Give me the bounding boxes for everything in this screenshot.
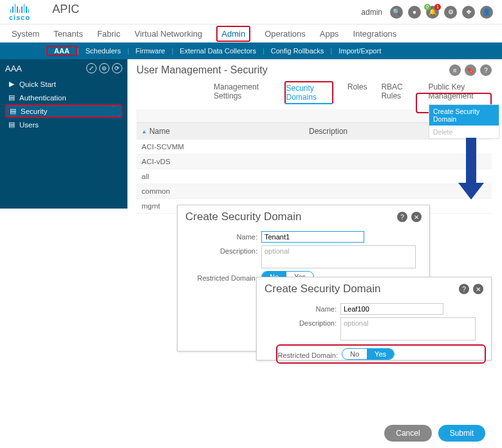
search-icon[interactable]: 🔍 — [390, 6, 403, 19]
dlg2-toggle-no[interactable]: No — [342, 349, 367, 359]
dialog2-title: Create Security Domain — [265, 283, 380, 295]
table-body: ACI-SCVMMACI-vDSallcommonmgmt — [136, 140, 492, 214]
sidebar-item-users[interactable]: ▤ Users — [5, 118, 122, 131]
bell-green-badge: 0 — [424, 4, 431, 10]
folder-icon: ▤ — [8, 120, 15, 129]
sidebar-item-label: Users — [19, 121, 39, 129]
subnav-schedulers[interactable]: Schedulers — [79, 47, 127, 55]
sidebar-item-label: Authentication — [19, 94, 66, 102]
app-title: APIC — [52, 3, 79, 16]
nav-operations[interactable]: Operations — [265, 29, 306, 39]
sidebar-refresh-icon[interactable]: ⟳ — [112, 63, 122, 73]
dialog-help-icon[interactable]: ? — [397, 212, 407, 222]
help-icon[interactable]: ? — [480, 64, 492, 76]
dlg2-name-label: Name: — [257, 303, 340, 313]
folder-icon: ▤ — [9, 107, 17, 115]
table-row[interactable]: all — [136, 169, 492, 184]
sub-nav: AAA | Schedulers| Firmware| External Dat… — [0, 42, 502, 59]
apps-icon[interactable]: ❖ — [462, 6, 475, 19]
sidebar-item-label: Security — [21, 107, 48, 115]
record-icon[interactable]: ● — [408, 6, 421, 19]
dlg1-name-input[interactable] — [261, 231, 364, 243]
sidebar-item-label: Quick Start — [19, 80, 56, 88]
subnav-firmware[interactable]: Firmware — [129, 47, 172, 55]
user-label[interactable]: admin — [361, 8, 382, 17]
dlg1-desc-input[interactable]: optional — [261, 245, 416, 268]
tab-roles[interactable]: Roles — [348, 81, 367, 104]
dlg2-restricted-toggle[interactable]: No Yes — [342, 348, 395, 360]
arrow-down-icon — [458, 138, 484, 201]
bell-red-badge: 1 — [434, 4, 441, 10]
sidebar-collapse-icon[interactable]: ⊖ — [99, 63, 109, 73]
dlg2-desc-label: Description: — [257, 317, 340, 327]
nav-integrations[interactable]: Integrations — [353, 29, 396, 39]
subnav-import-export[interactable]: Import/Export — [332, 47, 387, 55]
nav-fabric[interactable]: Fabric — [97, 29, 120, 39]
dialog-create-security-domain-2: Create Security Domain ? ✕ Name: Descrip… — [256, 277, 492, 360]
table-row[interactable]: ACI-vDS — [136, 154, 492, 169]
dlg2-toggle-yes[interactable]: Yes — [367, 349, 394, 359]
dlg1-name-label: Name: — [178, 231, 261, 241]
sort-asc-icon[interactable]: ▲ — [142, 129, 147, 135]
brand: cisco APIC — [9, 3, 79, 21]
action-delete[interactable]: Delete — [429, 126, 499, 138]
footer-buttons: Cancel Submit — [384, 425, 485, 442]
sidebar-item-authentication[interactable]: ▤ Authentication — [5, 91, 122, 104]
sidebar: AAA ⤢ ⊖ ⟳ ▶ Quick Start ▤ Authentication… — [0, 59, 127, 209]
dlg2-name-input[interactable] — [340, 303, 443, 315]
tab-rbac-rules[interactable]: RBAC Rules — [381, 81, 414, 104]
main-area: AAA ⤢ ⊖ ⟳ ▶ Quick Start ▤ Authentication… — [0, 59, 502, 209]
sidebar-item-security[interactable]: ▤ Security — [5, 104, 122, 118]
gear-icon[interactable]: ⚙ — [444, 6, 457, 19]
submit-button[interactable]: Submit — [438, 425, 485, 442]
subnav-edc[interactable]: External Data Collectors — [173, 47, 263, 55]
sidebar-expand-icon[interactable]: ⤢ — [86, 63, 97, 73]
top-nav: System Tenants Fabric Virtual Networking… — [0, 24, 502, 42]
nav-virtual-networking[interactable]: Virtual Networking — [135, 29, 202, 39]
dialog1-title: Create Security Domain — [185, 210, 301, 223]
bell-wrap[interactable]: 🔔 1 0 — [426, 6, 439, 19]
cell-name: ACI-vDS — [136, 154, 304, 169]
play-icon: ▶ — [8, 80, 15, 88]
bookmark-icon[interactable]: 🔖 — [465, 64, 476, 76]
action-create-security-domain[interactable]: Create Security Domain — [429, 105, 499, 126]
dialog-help-icon[interactable]: ? — [459, 284, 469, 294]
header-right: admin 🔍 ● 🔔 1 0 ⚙ ❖ 👤 — [361, 6, 493, 19]
tab-security-domains[interactable]: Security Domains — [284, 81, 333, 104]
nav-apps[interactable]: Apps — [320, 29, 339, 39]
policy-icon[interactable]: ≡ — [449, 64, 461, 76]
cell-name: all — [136, 169, 304, 183]
dialog-close-icon[interactable]: ✕ — [473, 284, 483, 294]
action-menu: Create Security Domain Delete — [429, 104, 499, 139]
dlg1-restricted-label: Restricted Domain: — [178, 272, 261, 282]
table-row[interactable]: ACI-SCVMM — [136, 140, 492, 154]
header-bar: cisco APIC admin 🔍 ● 🔔 1 0 ⚙ ❖ 👤 — [0, 0, 502, 24]
cell-name: ACI-SCVMM — [136, 140, 304, 154]
folder-icon: ▤ — [8, 93, 15, 102]
sidebar-item-quick-start[interactable]: ▶ Quick Start — [5, 77, 122, 91]
cancel-button[interactable]: Cancel — [384, 425, 431, 442]
subnav-config-rollbacks[interactable]: Config Rollbacks — [265, 47, 331, 55]
dialog-close-icon[interactable]: ✕ — [411, 212, 422, 222]
page-title: User Management - Security — [136, 64, 268, 76]
content: User Management - Security ≡ 🔖 ? Managem… — [127, 59, 502, 209]
dlg2-restricted-label: Restricted Domain: — [277, 350, 342, 359]
table-row[interactable]: common — [136, 184, 492, 199]
tab-mgmt-settings[interactable]: Management Settings — [214, 81, 270, 104]
brand-word: cisco — [9, 14, 30, 21]
dlg2-desc-input[interactable]: optional — [340, 317, 476, 341]
nav-admin[interactable]: Admin — [216, 26, 250, 42]
dlg1-desc-label: Description: — [178, 245, 261, 255]
nav-tenants[interactable]: Tenants — [53, 29, 83, 39]
nav-system[interactable]: System — [12, 29, 39, 39]
subnav-aaa[interactable]: AAA — [46, 46, 77, 56]
cell-name: common — [136, 184, 304, 198]
user-icon[interactable]: 👤 — [480, 6, 493, 19]
col-name[interactable]: Name — [149, 127, 170, 136]
cisco-logo-icon — [10, 4, 30, 13]
sidebar-title: AAA — [5, 64, 22, 73]
